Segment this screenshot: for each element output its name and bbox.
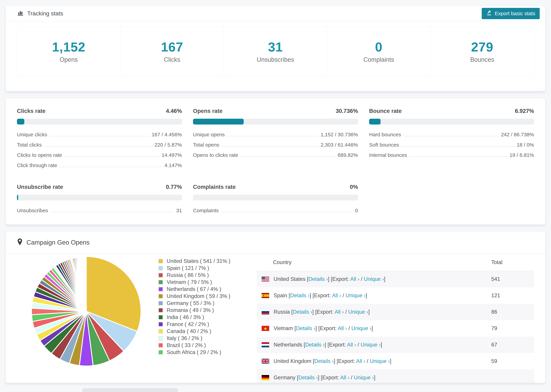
legend-swatch <box>158 336 163 341</box>
dotted-leader <box>44 146 152 147</box>
details-link[interactable]: Details › <box>293 309 312 315</box>
export-all-link[interactable]: All › <box>332 293 341 298</box>
legend-swatch <box>158 273 163 277</box>
nl-flag-icon <box>262 342 269 347</box>
rate-value: 30.736% <box>336 108 358 114</box>
summary-box-complaints: 0Complaints <box>327 27 431 76</box>
export-all-link[interactable]: All › <box>338 325 347 331</box>
geo-table-row-vietnam: Vietnam [Details ›] [Export: All › / Uni… <box>257 320 534 336</box>
legend-swatch <box>158 315 163 320</box>
stat-line-label: Unsubscribes <box>17 208 48 213</box>
legend-item-italy: Italy ( 36 / 2% ) <box>158 335 240 342</box>
legend-label: Russia ( 86 / 5% ) <box>167 272 209 278</box>
summary-box-opens: 1,152Opens <box>17 27 120 76</box>
details-link[interactable]: Details › <box>290 293 310 298</box>
legend-item-brazil: Brazil ( 33 / 2% ) <box>158 342 240 349</box>
legend-label: India ( 46 / 3% ) <box>167 314 204 320</box>
legend-label: Romania ( 49 / 3% ) <box>167 307 214 313</box>
tracking-stats-header: Tracking stats Export basic stats <box>6 6 545 21</box>
export-unique-link[interactable]: Unique › <box>346 293 366 298</box>
summary-label: Complaints <box>363 56 394 63</box>
legend-item-vietnam: Vietnam ( 79 / 5% ) <box>158 279 240 286</box>
summary-label: Clicks <box>164 56 180 63</box>
export-basic-stats-button[interactable]: Export basic stats <box>482 8 540 19</box>
legend-item-united-states: United States ( 541 / 31% ) <box>158 258 240 265</box>
campaign-geo-opens-title: Campaign Geo Opens <box>27 239 90 246</box>
legend-label: South Africa ( 29 / 2% ) <box>167 349 221 355</box>
stat-line-label: Clicks to opens rate <box>17 152 62 158</box>
export-button-label: Export basic stats <box>495 11 535 16</box>
summary-value: 1,152 <box>52 40 85 54</box>
rate-value: 0% <box>350 184 358 190</box>
stat-line-value: 167 / 4.456% <box>152 132 182 138</box>
map-pin-icon <box>17 238 23 247</box>
export-all-link[interactable]: All › <box>340 375 349 381</box>
details-link[interactable]: Details › <box>298 375 318 381</box>
summary-box-unsubscribes: 31Unsubscribes <box>224 27 327 76</box>
rate-block-unsubscribe-rate: Unsubscribe rate0.77%Unsubscribes31 <box>17 184 182 218</box>
export-unique-link[interactable]: Unique › <box>354 375 374 381</box>
de-flag-icon <box>262 375 269 380</box>
es-flag-icon <box>262 293 269 298</box>
rate-stat-line: Unique opens1,152 / 30.736% <box>193 132 358 138</box>
details-link[interactable]: Details › <box>305 342 325 348</box>
legend-item-germany: Germany ( 55 / 3% ) <box>158 300 240 307</box>
rate-progress-bar <box>17 119 182 125</box>
rate-title: Opens rate <box>193 108 222 114</box>
legend-label: Brazil ( 33 / 2% ) <box>167 342 206 348</box>
legend-label: France ( 42 / 2% ) <box>167 321 209 327</box>
rate-stat-line: Total clicks220 / 5.87% <box>17 142 182 148</box>
legend-swatch <box>158 280 163 284</box>
legend-item-spain: Spain ( 121 / 7% ) <box>158 265 240 272</box>
campaign-geo-opens-header: Campaign Geo Opens <box>6 231 545 254</box>
export-all-link[interactable]: All › <box>347 342 356 348</box>
ru-flag-icon <box>262 309 269 315</box>
stat-line-label: Hard bounces <box>369 132 401 138</box>
pie-slice-57[interactable] <box>86 257 86 311</box>
geo-table-row-united-states: United States [Details ›] [Export: All ›… <box>257 271 534 287</box>
stat-line-value: 2,303 / 61.446% <box>320 142 358 148</box>
summary-label: Opens <box>60 56 78 63</box>
export-unique-link[interactable]: Unique › <box>370 358 390 364</box>
tracking-stats-title: Tracking stats <box>17 9 63 18</box>
legend-label: Canada ( 40 / 2% ) <box>167 328 211 334</box>
stat-line-label: Unique clicks <box>17 132 47 138</box>
bar-chart-icon <box>17 9 24 18</box>
legend-swatch <box>158 287 163 291</box>
rate-progress-bar <box>369 119 534 125</box>
horizontal-scrollbar[interactable] <box>82 388 178 392</box>
export-unique-link[interactable]: Unique › <box>364 276 384 282</box>
geo-table-header-country: Country <box>257 259 491 266</box>
details-link[interactable]: Details › <box>314 358 334 364</box>
rate-stat-line: Hard bounces242 / 86.738% <box>369 132 534 138</box>
pie-legend: United States ( 541 / 31% )Spain ( 121 /… <box>158 254 240 383</box>
geo-table-header: Country Total <box>257 254 534 271</box>
details-link[interactable]: Details › <box>308 276 328 282</box>
campaign-geo-opens-card: Campaign Geo Opens United States ( 541 /… <box>6 231 545 383</box>
export-unique-link[interactable]: Unique › <box>351 325 371 331</box>
export-all-link[interactable]: All › <box>335 309 344 315</box>
legend-label: Spain ( 121 / 7% ) <box>167 265 209 271</box>
dotted-leader <box>50 212 174 212</box>
geo-total-value: 59 <box>491 358 534 364</box>
export-unique-link[interactable]: Unique › <box>348 309 368 315</box>
stat-line-value: 18 / 0% <box>517 142 534 148</box>
rate-value: 4.46% <box>166 108 182 114</box>
legend-label: United Kingdom ( 59 / 3% ) <box>167 293 230 299</box>
legend-label: Netherlands ( 67 / 4% ) <box>167 286 221 292</box>
geo-table-row-netherlands: Netherlands [Details ›] [Export: All › /… <box>257 336 534 353</box>
rates-card: Clicks rate4.46%Unique clicks167 / 4.456… <box>6 98 545 224</box>
export-all-link[interactable]: All › <box>356 358 365 364</box>
export-unique-link[interactable]: Unique › <box>360 342 381 348</box>
rates-grid: Clicks rate4.46%Unique clicks167 / 4.456… <box>17 108 534 218</box>
legend-swatch <box>158 343 163 348</box>
country-links-line: Germany [Details ›] [Export: All › / Uni… <box>274 375 375 381</box>
dotted-leader <box>221 212 353 212</box>
details-link[interactable]: Details › <box>296 325 315 331</box>
geo-table-rows: United States [Details ›] [Export: All ›… <box>257 271 534 383</box>
stat-line-value: 4.147% <box>164 162 182 168</box>
legend-label: Vietnam ( 79 / 5% ) <box>167 279 212 285</box>
legend-swatch <box>158 329 163 334</box>
geo-total-value: 79 <box>491 325 534 331</box>
export-all-link[interactable]: All › <box>350 276 359 282</box>
